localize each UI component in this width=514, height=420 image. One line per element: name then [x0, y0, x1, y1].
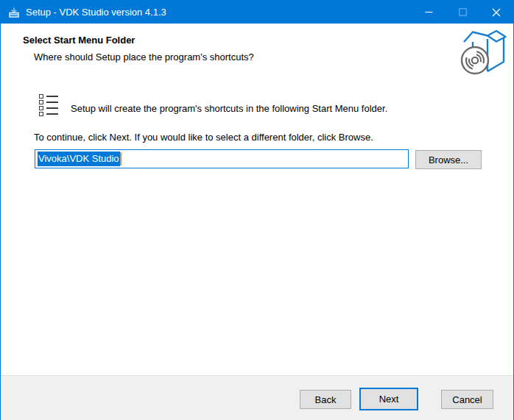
browse-button[interactable]: Browse... — [415, 150, 482, 169]
back-button[interactable]: Back — [300, 390, 351, 409]
start-menu-list-icon — [39, 94, 59, 117]
instruction-text: Setup will create the program's shortcut… — [71, 103, 387, 114]
maximize-button — [446, 1, 479, 24]
page-title: Select Start Menu Folder — [23, 35, 135, 46]
text-caret — [120, 152, 122, 165]
minimize-button[interactable] — [412, 1, 446, 24]
hint-text: To continue, click Next. If you would li… — [34, 132, 373, 143]
installer-box-arrow-icon — [8, 7, 20, 18]
cancel-button[interactable]: Cancel — [441, 390, 493, 409]
minimize-icon — [425, 8, 433, 16]
maximize-icon — [459, 8, 467, 16]
next-button[interactable]: Next — [359, 388, 418, 410]
folder-input-selected-value: Vivoka\VDK Studio — [38, 152, 120, 166]
close-icon — [492, 8, 501, 17]
setup-wizard-window: Setup - VDK Studio version 4.1.3 Select … — [0, 0, 514, 420]
folder-input[interactable]: Vivoka\VDK Studio — [35, 149, 409, 168]
footer-bar: Back Next Cancel — [1, 376, 513, 420]
window-title: Setup - VDK Studio version 4.1.3 — [26, 7, 166, 18]
caption-buttons — [412, 1, 513, 24]
page-subtitle: Where should Setup place the program's s… — [34, 51, 254, 63]
titlebar[interactable]: Setup - VDK Studio version 4.1.3 — [1, 1, 513, 24]
software-box-with-disc-icon — [458, 29, 508, 76]
close-button[interactable] — [479, 1, 513, 24]
